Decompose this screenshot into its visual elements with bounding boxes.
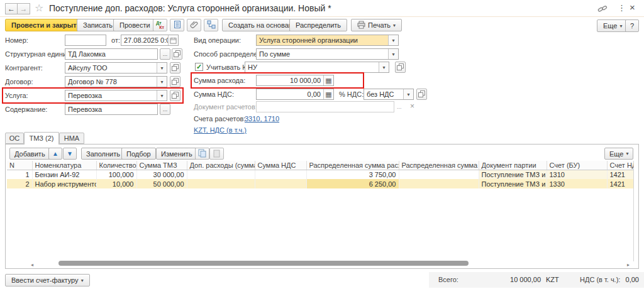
col-distributed-vat[interactable]: Распределенная сумма НДС [399,161,479,170]
content-choose-button[interactable]: ... [160,104,170,115]
contract-open-button[interactable] [170,76,180,87]
total-currency: KZT [546,274,559,285]
chevron-down-icon[interactable]: ▾ [403,89,413,99]
col-account-vat[interactable]: Счет НДС [607,161,633,170]
chevron-down-icon: ▾ [626,151,628,156]
add-row-button[interactable]: Добавить [9,148,50,160]
vat-total-value: 0,00 [607,274,639,285]
col-tmz-sum[interactable]: Сумма ТМЗ [136,161,187,170]
col-account-bu[interactable]: Счет (БУ) [547,161,607,170]
chevron-down-icon[interactable]: ▾ [157,90,167,101]
vat-rate-label: % НДС: [339,89,364,100]
ellipsis-icon: ... [397,104,402,110]
chevron-down-icon[interactable]: ▾ [157,77,167,87]
header-separator [0,16,644,17]
table-header-row: N Номенклатура Количество Сумма ТМЗ Доп.… [7,161,633,170]
table-row-selected[interactable]: 2 Набор инструментов 10,000 50 000,00 6 … [7,179,633,188]
tab-tmz[interactable]: ТМЗ (2) [24,132,59,144]
related-documents-button[interactable] [204,19,218,31]
currency-vat-link[interactable]: KZT, НДС (в т.ч.) [194,124,247,136]
post-button[interactable]: Провести [113,19,157,31]
move-down-button[interactable]: ▼ [63,148,77,160]
expense-amount-field[interactable]: 10 000,00 ▦ [256,75,334,86]
edit-button[interactable]: Изменить [156,148,197,160]
col-batch-document[interactable]: Документ партии [479,161,547,170]
items-panel: Добавить ▲ ▼ Заполнить▾ Подбор Изменить … [5,144,639,269]
chevron-down-icon[interactable]: ▾ [157,63,167,73]
paperclip-icon [190,20,199,30]
back-button[interactable]: ← [5,3,18,14]
open-icon [397,63,404,72]
document-journal-button[interactable] [170,19,184,31]
forward-button[interactable]: → [18,3,30,14]
more-menu-icon[interactable]: ⋮ [618,3,626,13]
counterparty-field[interactable]: Айсулу ТОО ▾ [65,62,167,74]
table-row[interactable]: 1 Бензин АИ-92 100,000 30 000,00 3 750,0… [7,170,633,179]
favorite-star-icon[interactable]: ☆ [35,2,43,14]
vat-amount-label: Сумма НДС: [194,89,234,100]
col-quantity[interactable]: Количество [96,161,136,170]
structural-unit-open-button[interactable] [172,48,182,60]
operation-type-field[interactable]: Услуга сторонней организации ▾ [256,35,399,46]
contract-field[interactable]: Договор № 778 ▾ [65,76,167,87]
move-up-button[interactable]: ▲ [48,148,62,160]
debit-credit-icon: ДтКт [156,21,164,30]
arrow-down-icon: ▼ [67,150,73,157]
col-nomenclature[interactable]: Номенклатура [32,161,96,170]
counterparty-open-button[interactable] [170,62,180,74]
calculator-icon[interactable]: ▦ [323,89,333,99]
paste-row-button[interactable] [209,148,224,160]
grid-more-button[interactable]: Еще▾ [604,148,633,160]
close-icon[interactable]: × [630,2,635,13]
chevron-down-icon[interactable]: ▾ [388,35,398,45]
tab-nma[interactable]: НМА [59,133,84,144]
copy-row-button[interactable] [195,148,209,160]
kpn-field[interactable]: НУ ▾ [245,62,389,73]
tab-os[interactable]: ОС [5,133,24,144]
settlement-accounts-link[interactable]: 3310, 1710 [245,113,279,124]
number-field[interactable] [65,35,106,46]
enter-invoice-button[interactable]: Ввести счет-фактуру▾ [5,274,90,286]
settlement-doc-field [256,101,394,112]
vat-rate-field[interactable]: без НДС ▾ [364,89,414,100]
distribute-button[interactable]: Распределить [289,19,347,31]
content-field[interactable]: Перевозка [65,104,158,115]
vertical-scrollbar-track[interactable] [633,161,634,261]
get-link-icon[interactable] [597,4,608,15]
structural-unit-field[interactable]: ТД Лакомка [65,48,158,60]
page-title: Поступление доп. расходов: Услуга сторон… [49,3,331,13]
distribution-method-field[interactable]: По сумме ▾ [256,48,399,60]
vat-amount-field[interactable]: 0,00 ▦ [256,89,334,100]
help-button[interactable]: ? [625,19,639,32]
scroll-left-icon[interactable]: ◂ [31,262,33,268]
attachments-button[interactable] [187,19,201,31]
col-extra-expenses[interactable]: Доп. расходы (сумма) [187,161,255,170]
scroll-right-icon[interactable]: ▸ [627,262,630,268]
clear-icon: × [410,102,414,111]
chevron-down-icon[interactable]: ▾ [388,49,398,59]
service-open-button[interactable] [170,90,180,101]
settlement-accounts-label: Счета расчетов: [194,113,245,124]
col-distributed-expenses[interactable]: Распределенная сумма расходов [306,161,399,170]
open-icon [418,90,425,99]
calculator-icon[interactable]: ▦ [323,75,333,85]
kpn-open-button[interactable] [395,62,406,73]
current-cell[interactable]: 6 250,00 [306,179,399,188]
save-button[interactable]: Записать [77,19,119,31]
chevron-down-icon[interactable]: ▾ [379,62,389,72]
post-and-close-button[interactable]: Провести и закрыть [5,19,87,31]
structural-unit-choose-button[interactable]: ... [160,48,170,60]
col-n[interactable]: N [7,161,32,170]
col-vat-sum[interactable]: Сумма НДС [255,161,306,170]
service-field[interactable]: Перевозка ▾ [65,90,167,101]
kpn-checkbox[interactable]: ✓ [195,63,203,71]
horizontal-scrollbar-thumb[interactable] [58,261,469,266]
pick-button[interactable]: Подбор [121,148,156,160]
calendar-icon[interactable] [168,35,178,45]
print-button[interactable]: Печать▾ [351,19,402,31]
debit-credit-button[interactable]: ДтКт [153,19,167,31]
vat-rate-open-button[interactable] [416,89,427,100]
items-table: N Номенклатура Количество Сумма ТМЗ Доп.… [7,161,634,188]
date-field[interactable]: 27.08.2025 0:00:00 [121,35,179,46]
form-more-button[interactable]: Еще▾ [597,19,628,32]
